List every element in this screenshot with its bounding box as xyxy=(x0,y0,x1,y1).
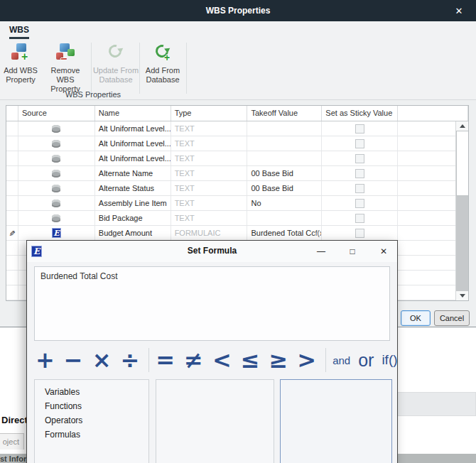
name-cell: Assembly Line Item xyxy=(95,196,171,210)
name-cell: Alt Uniformat Level... xyxy=(95,151,171,165)
selected-items-panel[interactable] xyxy=(280,379,392,463)
sticky-value-cell xyxy=(322,121,398,136)
row-selector-cell[interactable] xyxy=(6,166,18,180)
ribbon-group-separator xyxy=(186,43,187,94)
dialog-close-icon[interactable]: ✕ xyxy=(373,241,394,262)
item-list-panel[interactable] xyxy=(156,379,274,463)
operator-≠-button[interactable]: ≠ xyxy=(184,346,203,374)
grid-header-Name[interactable]: Name xyxy=(95,106,171,121)
minimize-icon[interactable]: — xyxy=(310,241,332,262)
sticky-value-cell xyxy=(322,136,398,151)
name-cell: Bid Package xyxy=(95,211,171,225)
wbs-titlebar[interactable]: WBS Properties ✕ xyxy=(0,0,476,21)
sticky-checkbox[interactable] xyxy=(355,154,364,163)
sticky-checkbox[interactable] xyxy=(355,229,364,238)
remove-wbs-property-icon: − xyxy=(55,42,76,65)
update-from-database-button[interactable]: Update From Database xyxy=(92,42,139,85)
add-from-database-label-2: Database xyxy=(141,75,185,85)
category-item-functions[interactable]: Functions xyxy=(35,399,148,413)
operator-=-button[interactable]: = xyxy=(156,346,175,374)
maximize-icon[interactable]: □ xyxy=(342,241,363,262)
formula-fx-button[interactable]: f(x) xyxy=(315,229,323,237)
category-item-variables[interactable]: Variables xyxy=(35,385,148,399)
sticky-checkbox[interactable] xyxy=(355,124,364,134)
operator->-button[interactable]: > xyxy=(297,346,316,374)
operator-if()-button[interactable]: if() xyxy=(382,352,397,368)
row-selector-cell[interactable] xyxy=(6,136,18,151)
row-selector-cell[interactable] xyxy=(6,285,18,300)
row-selector-cell[interactable]: ✎ xyxy=(6,226,18,240)
scroll-up-button[interactable] xyxy=(456,121,469,131)
sticky-checkbox[interactable] xyxy=(355,139,364,148)
table-row[interactable]: Alternate StatusTEXT00 Base Bid xyxy=(6,181,468,196)
source-cell xyxy=(18,121,95,136)
grid-header-Type[interactable]: Type xyxy=(171,106,248,121)
operator-≥-button[interactable]: ≥ xyxy=(269,346,288,374)
cancel-button[interactable]: Cancel xyxy=(434,310,470,326)
grid-header-Set as Sticky Value[interactable]: Set as Sticky Value xyxy=(322,106,398,121)
source-cell xyxy=(18,166,95,180)
ok-button[interactable]: OK xyxy=(401,310,431,326)
update-from-database-label-2: Database xyxy=(92,75,139,85)
row-selector-cell[interactable] xyxy=(6,241,18,255)
add-from-database-label-1: Add From xyxy=(141,66,185,75)
scrollbar-thumb[interactable] xyxy=(456,131,469,196)
takeoff-value-cell xyxy=(247,151,322,165)
scroll-down-icon xyxy=(460,294,465,300)
table-row[interactable]: ✎EBudget AmountFORMULAICBurdened Total C… xyxy=(6,226,468,241)
edit-pencil-icon: ✎ xyxy=(7,229,16,236)
scroll-down-button[interactable] xyxy=(456,291,469,300)
grid-header-Takeoff Value[interactable]: Takeoff Value xyxy=(247,106,322,121)
background-project-tab-label: oject xyxy=(3,437,19,446)
takeoff-value-text: No xyxy=(251,199,261,207)
sticky-checkbox[interactable] xyxy=(355,184,364,193)
formula-text-area[interactable]: Burdened Total Cost xyxy=(34,266,390,341)
takeoff-value-cell: 00 Base Bid xyxy=(247,181,322,195)
add-wbs-property-label-1: Add WBS xyxy=(1,66,40,75)
operator-×-button[interactable]: × xyxy=(92,346,112,374)
table-row[interactable]: Assembly Line ItemTEXTNo xyxy=(6,196,468,211)
sticky-checkbox[interactable] xyxy=(355,199,364,208)
operator-≤-button[interactable]: ≤ xyxy=(241,346,260,374)
row-selector-cell[interactable] xyxy=(6,121,18,136)
add-wbs-property-icon: + xyxy=(10,42,31,65)
tab-wbs[interactable]: WBS xyxy=(9,25,29,39)
type-cell: TEXT xyxy=(171,166,248,180)
row-selector-cell[interactable] xyxy=(6,256,18,270)
type-cell: TEXT xyxy=(171,181,248,195)
remove-wbs-property-button[interactable]: − Remove WBS Property xyxy=(41,42,90,94)
row-selector-cell[interactable] xyxy=(6,181,18,195)
table-row[interactable]: Alternate NameTEXT00 Base Bid xyxy=(6,166,468,181)
table-row[interactable]: Alt Uniformat Level...TEXT xyxy=(6,136,468,151)
table-row[interactable]: Alt Uniformat Level...TEXT xyxy=(6,151,468,166)
sticky-checkbox[interactable] xyxy=(355,169,364,178)
row-selector-cell[interactable] xyxy=(6,151,18,165)
add-wbs-property-button[interactable]: + Add WBS Property xyxy=(1,42,40,85)
operator-and-button[interactable]: and xyxy=(332,354,350,366)
operator-<-button[interactable]: < xyxy=(212,346,232,374)
takeoff-value-cell: 00 Base Bid xyxy=(247,166,322,180)
sticky-value-cell xyxy=(322,166,398,180)
background-project-tab[interactable]: oject xyxy=(0,433,24,450)
close-icon[interactable]: ✕ xyxy=(446,0,472,21)
grid-header-Source[interactable]: Source xyxy=(18,106,95,121)
type-cell: FORMULAIC xyxy=(171,226,248,240)
category-item-operators[interactable]: Operators xyxy=(35,413,148,427)
grid-header-blank[interactable] xyxy=(398,106,468,121)
operator-or-button[interactable]: or xyxy=(358,350,374,371)
operator-−-button[interactable]: − xyxy=(64,346,83,374)
add-from-database-button[interactable]: + Add From Database xyxy=(141,42,185,85)
type-cell: TEXT xyxy=(171,151,248,165)
vertical-scrollbar[interactable] xyxy=(455,121,468,300)
table-row[interactable]: Bid PackageTEXT xyxy=(6,211,468,226)
row-selector-cell[interactable] xyxy=(6,211,18,225)
table-row[interactable]: Alt Uniformat Level...TEXT xyxy=(6,121,468,136)
set-formula-dialog: E Set Formula — □ ✕ Burdened Total Cost … xyxy=(26,240,398,463)
formula-dialog-titlebar[interactable]: E Set Formula — □ ✕ xyxy=(27,241,397,262)
row-selector-cell[interactable] xyxy=(6,196,18,210)
category-item-formulas[interactable]: Formulas xyxy=(35,427,148,442)
operator-+-button[interactable]: + xyxy=(36,346,55,374)
sticky-checkbox[interactable] xyxy=(355,214,364,223)
row-selector-cell[interactable] xyxy=(6,271,18,285)
operator-÷-button[interactable]: ÷ xyxy=(120,346,139,374)
